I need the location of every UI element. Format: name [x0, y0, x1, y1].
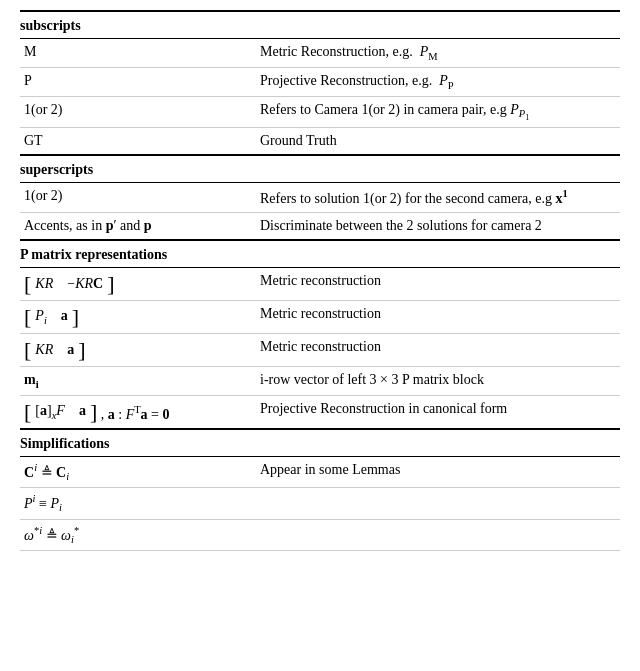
- matrix-bracket-3: [ KR a ]: [24, 339, 86, 361]
- row-sub-M: M Metric Reconstruction, e.g. PM: [20, 39, 620, 68]
- row-pmat-5: [ [a]xF a ] , a : FTa = 0 Projective Rec…: [20, 395, 620, 429]
- matrix-bracket-1: [ KR −KRC ]: [24, 273, 114, 295]
- left-sub-1or2: 1(or 2): [20, 96, 260, 128]
- row-pmat-2: [ Pi a ] Metric reconstruction: [20, 301, 620, 334]
- section-header-subscripts: subscripts: [20, 11, 620, 39]
- left-pmat-2: [ Pi a ]: [20, 301, 260, 334]
- right-pmat-5: Projective Reconstruction in canonical f…: [260, 395, 620, 429]
- matrix-bracket-2: [ Pi a ]: [24, 306, 79, 328]
- left-sub-M: M: [20, 39, 260, 68]
- bracket-right-1: ]: [107, 273, 114, 295]
- left-simp-1: Ci ≜ Ci: [20, 456, 260, 487]
- section-header-simplifications: Simplifications: [20, 429, 620, 457]
- left-sub-GT: GT: [20, 128, 260, 156]
- row-pmat-4: mi i-row vector of left 3 × 3 P matrix b…: [20, 367, 620, 396]
- right-pmat-3: Metric reconstruction: [260, 334, 620, 367]
- section-header-superscripts: superscripts: [20, 155, 620, 183]
- row-sup-accents: Accents, as in p′ and p Discriminate bet…: [20, 213, 620, 241]
- row-pmat-3: [ KR a ] Metric reconstruction: [20, 334, 620, 367]
- right-pmat-1: Metric reconstruction: [260, 268, 620, 301]
- right-pmat-4: i-row vector of left 3 × 3 P matrix bloc…: [260, 367, 620, 396]
- bracket-right-3: ]: [78, 339, 85, 361]
- left-simp-2: Pi ≡ Pi: [20, 488, 260, 519]
- row-sub-1or2: 1(or 2) Refers to Camera 1(or 2) in came…: [20, 96, 620, 128]
- row-sub-GT: GT Ground Truth: [20, 128, 620, 156]
- bracket-left-2: [: [24, 306, 31, 328]
- matrix-bracket-5: [ [a]xF a ]: [24, 401, 97, 423]
- right-sub-1or2: Refers to Camera 1(or 2) in camera pair,…: [260, 96, 620, 128]
- right-sub-GT: Ground Truth: [260, 128, 620, 156]
- row-simp-1: Ci ≜ Ci Appear in some Lemmas: [20, 456, 620, 487]
- right-sub-M: Metric Reconstruction, e.g. PM: [260, 39, 620, 68]
- bracket-left-1: [: [24, 273, 31, 295]
- left-sup-accents: Accents, as in p′ and p: [20, 213, 260, 241]
- bracket-right-2: ]: [72, 306, 79, 328]
- bracket-left-3: [: [24, 339, 31, 361]
- right-simp-1: Appear in some Lemmas: [260, 456, 620, 487]
- section-subscripts: subscripts: [20, 11, 620, 39]
- row-pmat-1: [ KR −KRC ] Metric reconstruction: [20, 268, 620, 301]
- row-sub-P: P Projective Reconstruction, e.g. PP: [20, 67, 620, 96]
- notation-table: subscripts M Metric Reconstruction, e.g.…: [20, 10, 620, 551]
- right-sup-1or2: Refers to solution 1(or 2) for the secon…: [260, 183, 620, 213]
- right-pmat-2: Metric reconstruction: [260, 301, 620, 334]
- left-sub-P: P: [20, 67, 260, 96]
- left-simp-3: ω*i ≜ ωi*: [20, 519, 260, 550]
- left-pmat-1: [ KR −KRC ]: [20, 268, 260, 301]
- row-simp-3: ω*i ≜ ωi*: [20, 519, 620, 550]
- matrix-content-1: KR −KRC: [31, 276, 107, 292]
- right-sup-accents: Discriminate between the 2 solutions for…: [260, 213, 620, 241]
- left-sup-1or2: 1(or 2): [20, 183, 260, 213]
- left-pmat-5: [ [a]xF a ] , a : FTa = 0: [20, 395, 260, 429]
- section-header-pmatrix: P matrix representations: [20, 240, 620, 268]
- matrix-content-5: [a]xF a: [31, 403, 90, 421]
- bracket-left-5: [: [24, 401, 31, 423]
- matrix-content-2: Pi a: [31, 308, 71, 326]
- row-simp-2: Pi ≡ Pi: [20, 488, 620, 519]
- row-sup-1or2: 1(or 2) Refers to solution 1(or 2) for t…: [20, 183, 620, 213]
- left-pmat-3: [ KR a ]: [20, 334, 260, 367]
- section-simplifications: Simplifications: [20, 429, 620, 457]
- right-simp-3: [260, 519, 620, 550]
- matrix-content-3: KR a: [31, 342, 78, 358]
- left-pmat-4: mi: [20, 367, 260, 396]
- section-pmatrix: P matrix representations: [20, 240, 620, 268]
- section-superscripts: superscripts: [20, 155, 620, 183]
- right-simp-2: [260, 488, 620, 519]
- bracket-right-5: ]: [90, 401, 97, 423]
- right-sub-P: Projective Reconstruction, e.g. PP: [260, 67, 620, 96]
